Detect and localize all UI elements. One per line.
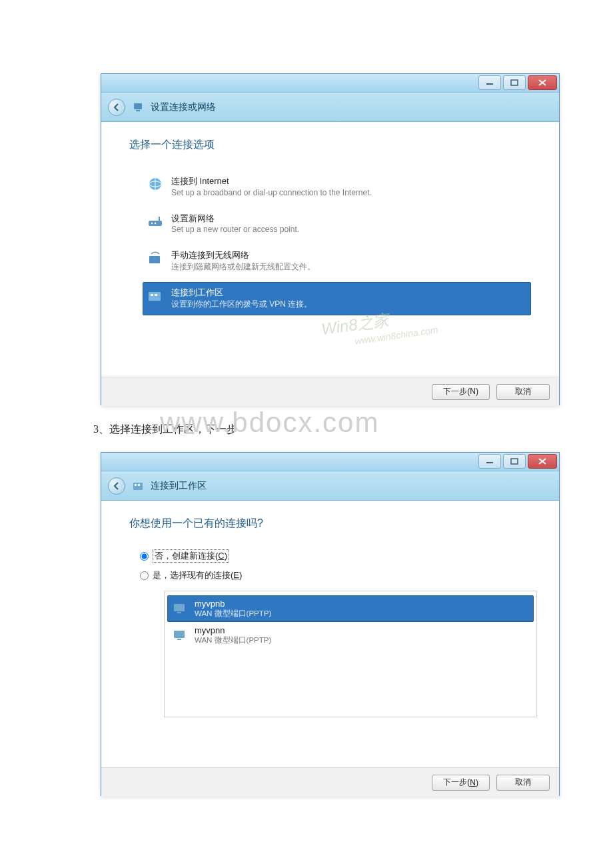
maximize-icon: [510, 458, 518, 465]
cancel-button[interactable]: 取消: [496, 775, 550, 791]
monitor-icon: [172, 601, 188, 617]
connect-workplace-dialog: 连接到工作区 你想使用一个已有的连接吗? 否，创建新连接(C) 是，选择现有的连…: [101, 452, 560, 796]
minimize-icon: [486, 79, 494, 86]
title-bar: [101, 453, 559, 471]
minimize-button[interactable]: [478, 75, 501, 90]
svg-point-7: [151, 222, 153, 224]
connection-type: WAN 微型端口(PPTP): [195, 609, 271, 619]
dialog-title: 设置连接或网络: [151, 101, 216, 113]
svg-rect-13: [486, 462, 493, 463]
dialog-content: 你想使用一个已有的连接吗? 否，创建新连接(C) 是，选择现有的连接(E) my…: [101, 501, 559, 767]
setup-connection-dialog: 设置连接或网络 选择一个连接选项 连接到 Internet Set up a b…: [101, 73, 560, 405]
content-heading: 你想使用一个已有的连接吗?: [129, 517, 531, 531]
connection-name: myvpnb: [195, 599, 271, 609]
workplace-icon: [132, 480, 144, 492]
dialog-footer: 下一步(N) 取消: [101, 767, 559, 797]
close-button[interactable]: [528, 75, 557, 90]
radio-input-yes[interactable]: [140, 571, 149, 580]
svg-rect-12: [155, 294, 157, 296]
maximize-icon: [510, 79, 518, 86]
radio-group: 否，创建新连接(C) 是，选择现有的连接(E): [140, 549, 531, 581]
minimize-button[interactable]: [478, 454, 501, 469]
radio-use-existing[interactable]: 是，选择现有的连接(E): [140, 569, 531, 581]
svg-rect-19: [177, 612, 181, 613]
monitor-icon: [172, 627, 188, 643]
instruction-step-3: 3、选择连接到工作区，下一步: [93, 423, 237, 437]
radio-label-yes: 是，选择现有的连接(E): [153, 569, 242, 581]
next-button[interactable]: 下一步(N): [432, 775, 490, 791]
router-icon: [146, 213, 165, 231]
option-title: 连接到 Internet: [171, 175, 372, 187]
svg-rect-14: [511, 459, 518, 464]
svg-rect-2: [134, 103, 142, 109]
dialog-header: 连接到工作区: [101, 471, 559, 501]
svg-rect-16: [135, 484, 137, 486]
option-title: 连接到工作区: [171, 287, 312, 299]
option-manual-wireless[interactable]: 手动连接到无线网络 连接到隐藏网络或创建新无线配置文件。: [143, 245, 531, 278]
option-title: 手动连接到无线网络: [171, 249, 315, 261]
svg-rect-20: [174, 631, 185, 638]
dialog-footer: 下一步(N) 取消: [101, 377, 559, 406]
maximize-button[interactable]: [503, 75, 526, 90]
back-button[interactable]: [108, 477, 125, 495]
network-setup-icon: [132, 101, 144, 113]
dialog-title: 连接到工作区: [151, 480, 207, 492]
option-description: 连接到隐藏网络或创建新无线配置文件。: [171, 261, 315, 272]
cancel-button[interactable]: 取消: [496, 384, 550, 400]
svg-rect-18: [174, 604, 185, 611]
svg-rect-0: [486, 83, 493, 85]
connection-options-list: 连接到 Internet Set up a broadband or dial-…: [143, 171, 531, 315]
svg-rect-10: [149, 292, 161, 301]
arrow-left-icon: [112, 481, 121, 491]
workplace-icon: [146, 287, 165, 305]
radio-input-no[interactable]: [140, 552, 149, 561]
maximize-button[interactable]: [503, 454, 526, 469]
minimize-icon: [486, 458, 494, 465]
svg-rect-17: [138, 484, 140, 486]
connection-type: WAN 微型端口(PPTP): [195, 635, 271, 645]
close-icon: [538, 79, 547, 87]
dialog-content: 选择一个连接选项 连接到 Internet Set up a broadband…: [101, 122, 559, 377]
option-setup-network[interactable]: 设置新网络 Set up a new router or access poin…: [143, 208, 531, 241]
svg-rect-9: [149, 256, 160, 263]
svg-point-8: [155, 222, 157, 224]
option-title: 设置新网络: [171, 213, 299, 225]
option-description: Set up a broadband or dial-up connection…: [171, 187, 372, 198]
radio-create-new[interactable]: 否，创建新连接(C): [140, 549, 531, 563]
svg-rect-11: [151, 294, 153, 296]
wireless-icon: [146, 249, 165, 268]
radio-label-no: 否，创建新连接(C): [153, 549, 229, 563]
connection-item[interactable]: myvpnn WAN 微型端口(PPTP): [167, 622, 534, 649]
next-button[interactable]: 下一步(N): [432, 384, 490, 400]
connection-item[interactable]: myvpnb WAN 微型端口(PPTP): [167, 595, 534, 622]
connection-name: myvpnn: [195, 625, 271, 635]
option-connect-internet[interactable]: 连接到 Internet Set up a broadband or dial-…: [143, 171, 531, 204]
svg-rect-21: [177, 639, 181, 640]
option-connect-workplace[interactable]: 连接到工作区 设置到你的工作区的拨号或 VPN 连接。: [143, 282, 531, 315]
svg-rect-3: [136, 110, 140, 111]
back-button[interactable]: [108, 99, 125, 116]
option-description: Set up a new router or access point.: [171, 224, 299, 235]
globe-icon: [146, 175, 165, 194]
option-description: 设置到你的工作区的拨号或 VPN 连接。: [171, 299, 312, 309]
svg-rect-15: [133, 483, 143, 490]
content-heading: 选择一个连接选项: [129, 138, 531, 152]
title-bar: [101, 74, 559, 93]
close-icon: [538, 457, 547, 465]
svg-rect-1: [511, 80, 518, 85]
close-button[interactable]: [528, 454, 557, 469]
dialog-header: 设置连接或网络: [101, 93, 559, 122]
existing-connections-list: myvpnb WAN 微型端口(PPTP) myvpnn WAN 微型端口(PP…: [164, 591, 537, 717]
arrow-left-icon: [112, 103, 121, 112]
